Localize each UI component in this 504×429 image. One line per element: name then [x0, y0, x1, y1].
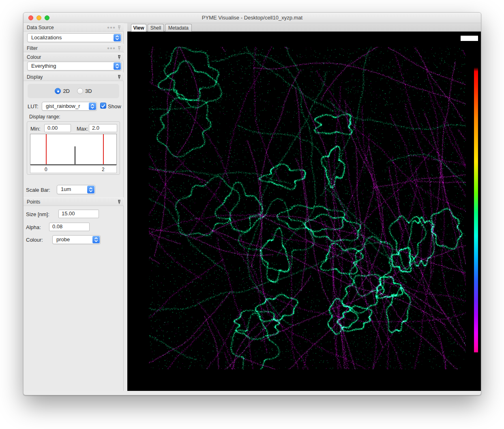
title-bar[interactable]: PYME Visualise - Desktop/cell10_xyzp.mat: [24, 13, 481, 23]
pane-header-label: Data Source: [27, 25, 54, 30]
ellipsis-icon[interactable]: ●●●: [107, 44, 116, 52]
point-size-field[interactable]: 15.00: [58, 210, 99, 218]
pin-icon[interactable]: [117, 55, 121, 60]
stepper-icon: [114, 34, 121, 41]
stepper-icon: [87, 186, 94, 193]
tick-label-2: 2: [102, 167, 105, 172]
stepper-icon: [89, 103, 96, 110]
clim-min-line[interactable]: [46, 134, 47, 164]
scale-bar-overlay: [461, 36, 478, 41]
point-colour-label: Colour:: [26, 237, 43, 243]
ellipsis-icon[interactable]: ●●●: [107, 24, 116, 32]
scale-bar-select[interactable]: 1um: [57, 185, 95, 194]
pane-header-label: Colour: [27, 54, 41, 60]
point-colour-value: probe: [56, 236, 70, 244]
min-label: Min:: [30, 126, 41, 132]
data-source-select[interactable]: Localizations: [27, 33, 122, 42]
stepper-icon: [114, 62, 121, 70]
point-size-label: Size [nm]:: [26, 211, 49, 217]
scale-bar-label: Scale Bar:: [26, 187, 50, 193]
radio-2d[interactable]: 2D: [55, 88, 70, 94]
radio-2d-label: 2D: [63, 88, 70, 94]
data-source-value: Localizations: [31, 34, 62, 42]
colour-channel-value: Everything: [31, 62, 56, 70]
sidebar: Data Source ●●● Localizations Filter ●●●: [24, 23, 124, 391]
pane-header-display[interactable]: Display: [24, 73, 124, 81]
tab-view[interactable]: View: [131, 24, 146, 32]
radio-off-icon: [77, 88, 83, 94]
pane-header-data-source[interactable]: Data Source ●●●: [24, 23, 124, 32]
pane-header-colour[interactable]: Colour: [24, 53, 124, 61]
pane-header-filter[interactable]: Filter ●●●: [24, 44, 124, 52]
lut-select[interactable]: gist_rainbow_r: [42, 102, 97, 111]
histogram-tick-row: 0 2: [30, 166, 117, 173]
view-canvas-area[interactable]: [127, 32, 481, 391]
pane-header-label: Points: [27, 199, 40, 205]
pin-icon[interactable]: [117, 75, 121, 79]
colour-channel-select[interactable]: Everything: [27, 62, 122, 71]
lut-label: LUT:: [28, 103, 39, 109]
tab-bar: View Shell Metadata: [127, 23, 481, 32]
window-title: PYME Visualise - Desktop/cell10_xyzp.mat: [24, 13, 481, 23]
show-lut-checkbox[interactable]: [100, 103, 106, 109]
pin-icon[interactable]: [117, 199, 121, 204]
lut-colorbar: [474, 67, 478, 352]
pane-header-label: Filter: [27, 45, 38, 51]
tab-metadata[interactable]: Metadata: [165, 24, 192, 32]
stepper-icon: [92, 236, 100, 243]
scale-bar-value: 1um: [61, 185, 71, 193]
show-lut-label: Show: [108, 103, 121, 109]
pane-header-points[interactable]: Points: [24, 197, 124, 206]
point-colour-select[interactable]: probe: [52, 235, 101, 244]
lut-value: gist_rainbow_r: [46, 102, 80, 110]
alpha-field[interactable]: 0.08: [49, 223, 90, 231]
radio-3d-label: 3D: [85, 88, 92, 94]
app-window: PYME Visualise - Desktop/cell10_xyzp.mat…: [23, 12, 481, 395]
display-range-label: Display range:: [29, 114, 60, 120]
max-label: Max:: [77, 126, 88, 132]
pane-header-label: Display: [27, 74, 43, 80]
display-range-group: Min: 0.00 Max: 2.0 0 2: [27, 121, 120, 175]
histogram-peak: [75, 146, 75, 164]
dimension-mode-group: 2D 3D: [28, 84, 119, 98]
radio-3d[interactable]: 3D: [77, 88, 92, 94]
pin-icon[interactable]: [117, 46, 121, 51]
histogram-axis: [30, 164, 116, 165]
intensity-histogram[interactable]: [30, 134, 117, 165]
main-area: View Shell Metadata: [127, 23, 481, 391]
min-field[interactable]: 0.00: [44, 124, 71, 132]
clim-max-line[interactable]: [103, 134, 104, 164]
alpha-label: Alpha:: [26, 224, 41, 230]
localization-render[interactable]: [127, 32, 481, 391]
max-field[interactable]: 2.0: [89, 124, 117, 132]
pin-icon[interactable]: [117, 25, 121, 30]
radio-on-icon: [55, 88, 61, 94]
tab-shell[interactable]: Shell: [148, 24, 164, 32]
tick-label-0: 0: [45, 167, 47, 172]
